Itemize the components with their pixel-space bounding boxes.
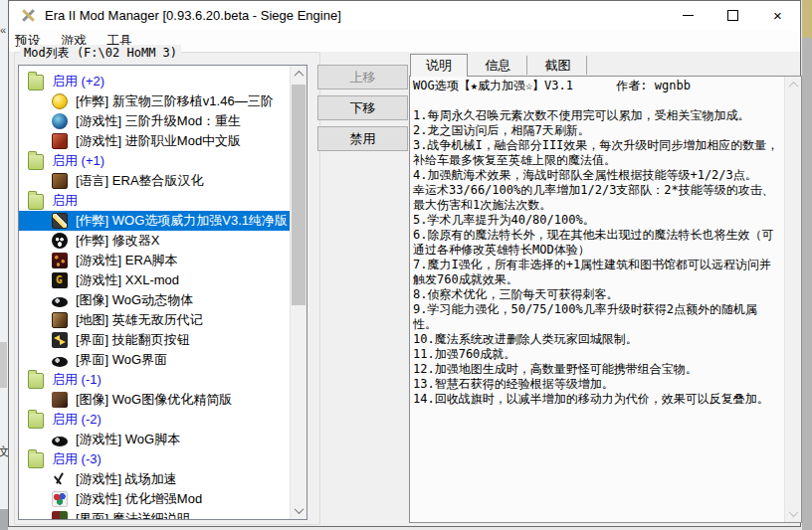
sword-icon (52, 213, 68, 229)
mod-label: 启用 (-3) (52, 450, 102, 468)
minimize-button[interactable] (666, 1, 710, 29)
folder-icon (28, 373, 44, 389)
mod-list-rows: 启用 (+2)[作弊] 新宝物三阶移植v1.46—三阶[游戏性] 三阶升级Mod… (19, 72, 290, 520)
maximize-icon (727, 10, 738, 21)
mod-label: [游戏性] 战场加速 (76, 470, 177, 488)
tab-screenshot[interactable]: 截图 (529, 56, 587, 75)
horse-icon (52, 392, 68, 408)
maximize-button[interactable] (710, 1, 755, 29)
mod-label: [游戏性] 优化增强Mod (76, 490, 202, 508)
mod-item-row[interactable]: [图像] WoG动态物体 (19, 290, 290, 310)
mod-item-row[interactable]: [游戏性] 三阶升级Mod：重生 (19, 111, 290, 131)
scroll-up-icon[interactable] (291, 66, 306, 83)
mod-group-row[interactable]: 启用 (+2) (19, 72, 290, 91)
background-window-left-strip: « 文 (0, 0, 8, 530)
close-button[interactable]: × (755, 1, 800, 29)
scroll-down-icon[interactable] (785, 505, 801, 522)
mod-label: [语言] ERA整合版汉化 (76, 172, 204, 190)
move-down-button[interactable]: 下移 (317, 95, 408, 120)
mod-label: [游戏性] 进阶职业Mod中文版 (76, 132, 241, 150)
description-scrollbar[interactable] (784, 77, 801, 522)
eye-icon (52, 357, 68, 367)
mod-label: [游戏性] WoG脚本 (76, 431, 180, 448)
shield-icon (52, 133, 68, 149)
mod-label: [图像] WoG动态物体 (76, 291, 193, 309)
move-up-button[interactable]: 上移 (317, 65, 408, 89)
minimize-icon (683, 15, 694, 16)
background-scroll-thumb (0, 342, 7, 388)
smiley-icon (52, 93, 68, 109)
mod-group-row[interactable]: 启用 (+1) (19, 151, 290, 171)
collapse-chevrons-icon: « (0, 24, 6, 36)
mod-label: 启用 (52, 192, 78, 210)
mod-item-row[interactable]: [语言] ERA整合版汉化 (19, 171, 290, 191)
mod-group-row[interactable]: 启用 (-2) (19, 410, 290, 430)
mod-group-row[interactable]: 启用 (-3) (19, 449, 290, 469)
mod-item-row[interactable]: [游戏性] WoG脚本 (19, 430, 290, 449)
mod-item-row[interactable]: [界面] 魔法详细说明 (19, 509, 290, 520)
scrollbar-thumb[interactable] (292, 85, 305, 305)
description-text: WOG选项【★威力加强☆】V3.1 作者: wgnbb 1.每周永久召唤元素次数… (413, 79, 780, 407)
folder-icon (28, 452, 44, 468)
mod-label: [游戏性] ERA脚本 (76, 252, 178, 269)
eye-icon (52, 437, 68, 446)
lion-icon (52, 173, 68, 189)
mod-label: [作弊] 新宝物三阶移植v1.46—三阶 (76, 92, 274, 110)
mod-label: [游戏性] 三阶升级Mod：重生 (76, 112, 241, 130)
mod-item-row[interactable]: [游戏性] 优化增强Mod (19, 489, 290, 509)
scroll-up-icon[interactable] (785, 77, 801, 93)
window-title: Era II Mod Manager [0.93.6.20.beta - Sie… (45, 8, 341, 23)
folder-icon (28, 194, 44, 210)
mod-label: 启用 (-2) (52, 411, 102, 429)
tab-description[interactable]: 说明 (410, 54, 468, 77)
mod-list[interactable]: 启用 (+2)[作弊] 新宝物三阶移植v1.46—三阶[游戏性] 三阶升级Mod… (18, 65, 307, 520)
mod-item-row[interactable]: [游戏性] 进阶职业Mod中文版 (19, 131, 290, 151)
mod-label: [界面] WoG界面 (76, 351, 167, 369)
mod-label: 启用 (-1) (52, 371, 102, 389)
skull-icon (52, 233, 68, 249)
mod-item-row[interactable]: [作弊] 新宝物三阶移植v1.46—三阶 (19, 91, 290, 111)
mod-label: [图像] WoG图像优化精简版 (76, 391, 232, 409)
folder-icon (28, 75, 44, 90)
eye-icon (52, 297, 68, 307)
clipped-icon (52, 511, 68, 520)
mod-item-row[interactable]: [界面] 技能翻页按钮 (19, 330, 290, 350)
background-footer-strip (0, 509, 8, 530)
scroll-down-icon[interactable] (291, 502, 306, 519)
mod-item-row[interactable]: [界面] WoG界面 (19, 350, 290, 370)
arrows-icon (52, 332, 68, 348)
mod-group-row[interactable]: 启用 (-1) (19, 370, 290, 390)
runner-icon (52, 471, 68, 487)
mod-label: [游戏性] XXL-mod (76, 271, 179, 289)
disable-button[interactable]: 禁用 (317, 126, 408, 151)
tab-info[interactable]: 信息 (470, 56, 527, 75)
background-tan-block (802, 0, 812, 38)
script-icon (52, 253, 68, 268)
mod-item-row[interactable]: [作弊] WOG选项威力加强V3.1纯净版 (19, 211, 290, 231)
mod-list-caption: Mod列表 (F:\02 HoMM 3) (20, 45, 181, 62)
mod-label: 启用 (+2) (52, 73, 104, 90)
mod-list-scrollbar[interactable] (290, 66, 306, 519)
app-window: Era II Mod Manager [0.93.6.20.beta - Sie… (8, 0, 801, 527)
mod-label: [地图] 英雄无敌历代记 (76, 311, 203, 329)
close-icon: × (773, 8, 782, 23)
mod-label: [界面] 技能翻页按钮 (76, 331, 190, 349)
folder-icon (28, 154, 44, 170)
mod-item-row[interactable]: [地图] 英雄无敌历代记 (19, 310, 290, 330)
map-icon (52, 312, 68, 328)
mod-item-row[interactable]: [游戏性] XXL-mod (19, 270, 290, 290)
title-bar[interactable]: Era II Mod Manager [0.93.6.20.beta - Sie… (9, 1, 800, 29)
flowers-icon (52, 491, 68, 507)
mod-label: [作弊] 修改器X (76, 232, 160, 250)
mod-label: [作弊] WOG选项威力加强V3.1纯净版 (76, 212, 288, 230)
xxl-icon (52, 272, 68, 288)
orb-icon (52, 113, 68, 129)
mod-item-row[interactable]: [游戏性] ERA脚本 (19, 251, 290, 270)
mod-item-row[interactable]: [游戏性] 战场加速 (19, 469, 290, 489)
background-window-right-strip (802, 0, 812, 530)
mod-group-row[interactable]: 启用 (19, 191, 290, 211)
mod-item-row[interactable]: [图像] WoG图像优化精简版 (19, 390, 290, 410)
description-pane: WOG选项【★威力加强☆】V3.1 作者: wgnbb 1.每周永久召唤元素次数… (409, 76, 802, 523)
mod-item-row[interactable]: [作弊] 修改器X (19, 231, 290, 251)
mod-label: [界面] 魔法详细说明 (76, 510, 190, 520)
